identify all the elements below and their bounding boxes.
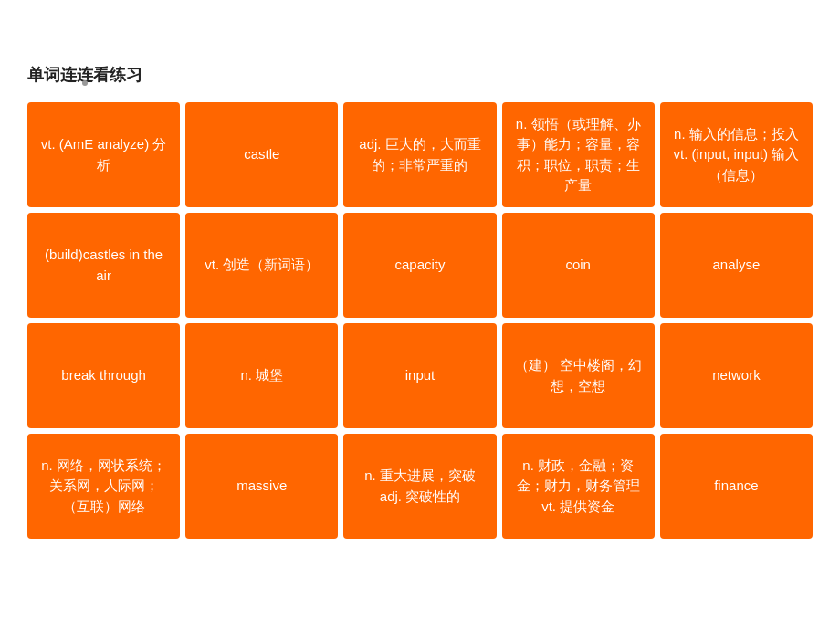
card-r3c5[interactable]: network: [660, 323, 813, 428]
card-r1c3[interactable]: adj. 巨大的，大而重的；非常严重的: [343, 102, 496, 207]
card-r3c4[interactable]: （建） 空中楼阁，幻想，空想: [502, 323, 655, 428]
card-r2c2[interactable]: vt. 创造（新词语）: [185, 213, 338, 318]
card-r2c3[interactable]: capacity: [343, 213, 496, 318]
card-r4c4[interactable]: n. 财政，金融；资金；财力，财务管理 vt. 提供资金: [502, 434, 655, 539]
card-r2c5[interactable]: analyse: [660, 213, 813, 318]
card-r3c2[interactable]: n. 城堡: [185, 323, 338, 428]
card-grid: vt. (AmE analyze) 分析castleadj. 巨大的，大而重的；…: [27, 102, 813, 539]
card-r1c2[interactable]: castle: [185, 102, 338, 207]
card-r1c4[interactable]: n. 领悟（或理解、办事）能力；容量，容积；职位，职责；生产量: [502, 102, 655, 207]
card-r4c2[interactable]: massive: [185, 434, 338, 539]
card-r4c5[interactable]: finance: [660, 434, 813, 539]
card-r4c3[interactable]: n. 重大进展，突破 adj. 突破性的: [343, 434, 496, 539]
card-r1c1[interactable]: vt. (AmE analyze) 分析: [27, 102, 180, 207]
page-title: 单词连连看练习: [27, 64, 813, 86]
card-r3c3[interactable]: input: [343, 323, 496, 428]
card-r1c5[interactable]: n. 输入的信息；投入 vt. (input, input) 输入（信息）: [660, 102, 813, 207]
card-r4c1[interactable]: n. 网络，网状系统；关系网，人际网；（互联）网络: [27, 434, 180, 539]
card-r2c4[interactable]: coin: [502, 213, 655, 318]
card-r3c1[interactable]: break through: [27, 323, 180, 428]
card-r2c1[interactable]: (build)castles in the air: [27, 213, 180, 318]
